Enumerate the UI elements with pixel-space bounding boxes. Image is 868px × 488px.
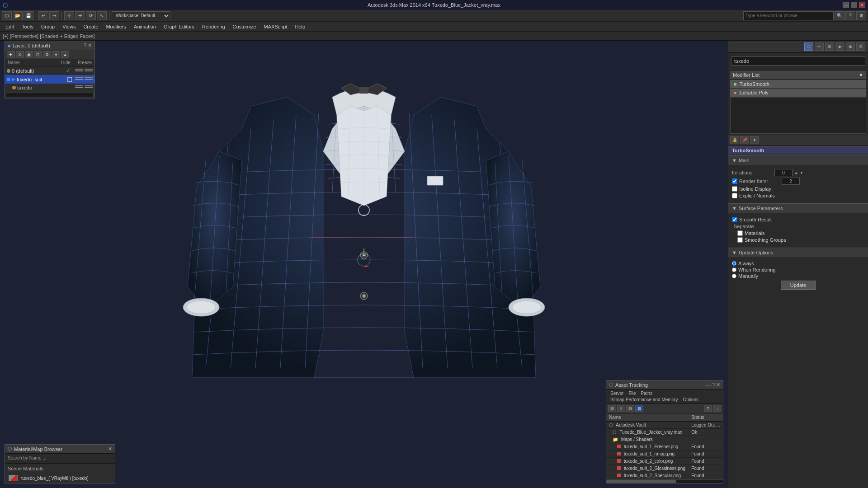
material-close-btn[interactable]: ✕ <box>108 446 112 452</box>
maximize-btn[interactable]: □ <box>851 2 857 8</box>
asset-row-maps-folder[interactable]: 📁 Maps / Shaders <box>606 436 723 443</box>
asset-menu-paths[interactable]: Paths <box>639 390 655 396</box>
asset-more-btn[interactable]: ⋮ <box>713 405 721 412</box>
layers-help-btn[interactable]: ? <box>84 42 86 48</box>
modifier-editable-poly[interactable]: ● Editable Poly <box>730 89 866 97</box>
rotate-btn[interactable]: ⟳ <box>86 11 96 20</box>
asset-menu-server[interactable]: Server <box>608 390 626 396</box>
undo-btn[interactable]: ↩ <box>38 11 48 20</box>
help-btn[interactable]: ? <box>845 11 855 20</box>
smoothing-groups-checkbox[interactable] <box>737 237 743 243</box>
asset-row-fresnel[interactable]: tuxedo_suit_1_Fresnel.png Found <box>606 443 723 450</box>
asset-minimize-btn[interactable]: — <box>705 382 710 388</box>
motion-tab-btn[interactable]: ▶ <box>835 42 844 51</box>
asset-btn-2[interactable]: ≡ <box>617 405 625 412</box>
isoline-checkbox[interactable] <box>732 186 737 192</box>
when-rendering-radio[interactable] <box>732 267 736 272</box>
asset-menu-options[interactable]: Options <box>681 397 701 403</box>
asset-maximize-btn[interactable]: □ <box>712 382 715 388</box>
layers-del-btn[interactable]: ✕ <box>16 51 24 58</box>
workspace-dropdown[interactable]: Workspace: Default <box>112 11 170 20</box>
surface-params-header[interactable]: ▼ Surface Parameters <box>728 203 868 213</box>
explicit-normals-checkbox[interactable] <box>732 193 737 198</box>
asset-row-glossiness[interactable]: tuxedo_suit_2_Glossiness.png Found <box>606 465 723 472</box>
asset-row-nmap[interactable]: tuxedo_suit_1_nmap.png Found <box>606 450 723 458</box>
iterations-spinner-down[interactable]: ▼ <box>800 171 803 175</box>
open-btn[interactable]: 📂 <box>13 11 23 20</box>
layer-row-suit[interactable]: ▶ tuxedo_suit <box>5 75 94 84</box>
asset-row-max-file[interactable]: ⬡ Tuxedo_Blue_Jacket_vray.max Ok <box>606 429 723 436</box>
update-button[interactable]: Update <box>781 281 816 290</box>
asset-scrollbar[interactable] <box>606 479 723 483</box>
menu-maxscript[interactable]: MAXScript <box>260 23 291 30</box>
asset-row-specular[interactable]: tuxedo_suit_2_Specular.png Found <box>606 472 723 479</box>
menu-help[interactable]: Help <box>292 23 309 30</box>
layers-expand-btn[interactable]: ▼ <box>52 51 60 58</box>
utilities-tab-btn[interactable]: ⚙ <box>856 42 865 51</box>
menu-views[interactable]: Views <box>59 23 79 30</box>
new-btn[interactable]: ⬡ <box>2 11 12 20</box>
layer-row-default[interactable]: 0 (default) ✓ <box>5 66 94 75</box>
turbosmooth-header[interactable]: TurboSmooth <box>728 146 868 155</box>
asset-col-name[interactable]: Name <box>606 413 689 422</box>
move-btn[interactable]: ✛ <box>75 11 85 20</box>
modify-tab-btn[interactable]: ✏ <box>815 42 824 51</box>
object-name-input[interactable] <box>731 56 865 66</box>
select-btn[interactable]: ⊹ <box>64 11 74 20</box>
layers-highlight-btn[interactable]: ⊡ <box>34 51 42 58</box>
save-btn[interactable]: 💾 <box>24 11 33 20</box>
menu-modifiers[interactable]: Modifiers <box>102 23 130 30</box>
render-iters-input[interactable] <box>782 178 800 185</box>
main-section-header[interactable]: ▼ Main <box>728 155 868 165</box>
asset-btn-1[interactable]: ⊞ <box>608 405 616 412</box>
iterations-input[interactable] <box>774 169 793 176</box>
modifier-checkbox[interactable]: ■ <box>734 81 737 87</box>
layer-row-tuxedo[interactable]: tuxedo <box>5 84 94 92</box>
asset-btn-4[interactable]: ▦ <box>635 405 643 412</box>
modifier-turbosmooth[interactable]: ■ TurboSmooth <box>730 80 866 88</box>
menu-create[interactable]: Create <box>80 23 102 30</box>
lock-btn[interactable]: 🔒 <box>730 136 739 144</box>
scale-btn[interactable]: ⤡ <box>97 11 107 20</box>
manually-radio[interactable] <box>732 274 736 278</box>
layers-sel-btn[interactable]: ◉ <box>25 51 33 58</box>
materials-checkbox[interactable] <box>737 230 743 236</box>
redo-btn[interactable]: ↪ <box>49 11 59 20</box>
asset-row-color[interactable]: tuxedo_suit_2_color.png Found <box>606 458 723 465</box>
update-options-header[interactable]: ▼ Update Options <box>728 248 868 257</box>
render-iters-checkbox[interactable] <box>732 178 737 184</box>
hierarchy-tab-btn[interactable]: ⊞ <box>825 42 834 51</box>
asset-close-btn[interactable]: ✕ <box>716 382 720 388</box>
iterations-spinner-up[interactable]: ▲ <box>794 171 798 175</box>
smooth-result-checkbox[interactable] <box>732 217 737 222</box>
menu-group[interactable]: Group <box>38 23 59 30</box>
menu-edit[interactable]: Edit <box>2 23 18 30</box>
layers-settings-btn[interactable]: ⚙ <box>43 51 51 58</box>
asset-menu-file[interactable]: File <box>626 390 638 396</box>
menu-customize[interactable]: Customize <box>229 23 260 30</box>
pin-btn[interactable]: 📌 <box>740 136 749 144</box>
layers-scrollbar[interactable] <box>6 93 94 97</box>
menu-animation[interactable]: Animation <box>130 23 160 30</box>
material-item-tuxedo[interactable]: tuxedo_blue_( VRayMtl ) [tuxedo] <box>5 473 115 483</box>
search-input[interactable] <box>743 11 834 20</box>
layers-add-btn[interactable]: ✚ <box>7 51 15 58</box>
menu-graph-editors[interactable]: Graph Editors <box>160 23 198 30</box>
display-tab-btn[interactable]: ◉ <box>846 42 855 51</box>
search-btn[interactable]: 🔍 <box>835 11 844 20</box>
layers-close-btn[interactable]: ✕ <box>88 42 92 48</box>
asset-help-btn[interactable]: ? <box>704 405 712 412</box>
create-tab-btn[interactable]: ⬡ <box>804 42 813 51</box>
configure-btn[interactable]: ▾ <box>750 136 759 144</box>
asset-btn-3[interactable]: ⊟ <box>626 405 634 412</box>
settings-btn[interactable]: ⚙ <box>856 11 866 20</box>
close-btn[interactable]: ✕ <box>859 2 865 8</box>
minimize-btn[interactable]: — <box>843 2 849 8</box>
menu-rendering[interactable]: Rendering <box>198 23 229 30</box>
menu-tools[interactable]: Tools <box>18 23 37 30</box>
always-radio[interactable] <box>732 261 736 266</box>
asset-menu-bitmap[interactable]: Bitmap Performance and Memory <box>608 397 680 403</box>
asset-row-vault[interactable]: ⬡ Autodesk Vault Logged Out ... <box>606 422 723 429</box>
asset-col-status[interactable]: Status <box>689 413 723 422</box>
layers-collapse-btn[interactable]: ▲ <box>61 51 69 58</box>
